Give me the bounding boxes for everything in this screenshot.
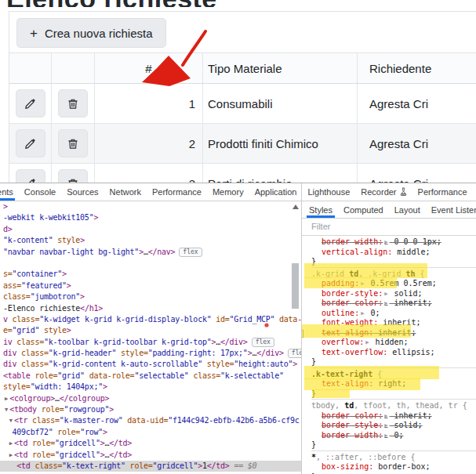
css-selector[interactable]: .k-grid td, .k-grid th { [311, 270, 476, 280]
edit-button[interactable] [16, 169, 45, 183]
expand-arrow-icon[interactable]: ▶ [3, 396, 9, 402]
dom-tree-line[interactable]: ▼<tbody role="rowgroup"> [0, 404, 301, 415]
devtools-tab-elements[interactable]: Elements [0, 183, 19, 201]
code-segment: data-role= [89, 371, 135, 380]
shorthand-arrow-icon[interactable]: ▶ [383, 291, 389, 297]
css-property[interactable]: box-sizing: border-box; [311, 462, 476, 472]
dom-tree-line[interactable]: "navbar navbar-light bg-light">…</nav>fl… [0, 247, 301, 258]
delete-button[interactable] [58, 129, 88, 157]
dom-tree-line[interactable]: ▼<tr class="k-master-row" data-uid="f144… [0, 415, 301, 426]
shorthand-arrow-icon[interactable]: ▶ [383, 413, 389, 419]
delete-button[interactable] [58, 89, 88, 118]
dom-tree-line[interactable]: ▶<colgroup>…</colgroup> [0, 393, 301, 404]
css-selector[interactable]: .k-text-right { [311, 370, 476, 380]
shorthand-arrow-icon[interactable]: ▶ [383, 422, 389, 429]
devtools-tab-network[interactable]: Network [104, 183, 147, 201]
dom-tree-line[interactable]: div class="k-grid-content k-auto-scrolla… [0, 359, 301, 370]
dom-tree-line[interactable]: e="grid" style> [0, 325, 301, 336]
scroll-up-icon[interactable] [293, 204, 299, 209]
tab-label: Performance [152, 187, 202, 197]
header-richiedente-label: Richiedente [369, 62, 431, 75]
code-segment: data-uid= [127, 416, 168, 425]
devtools-tab-application[interactable]: Application [249, 183, 303, 201]
header-cell-richiedente[interactable]: Richiedente [358, 53, 476, 83]
css-property[interactable]: padding:▶ 0.5rem 0.5rem; [311, 279, 476, 289]
dom-tree-line[interactable]: > [0, 201, 301, 212]
flex-badge[interactable]: flex [252, 338, 274, 347]
expand-arrow-icon[interactable]: ▶ [8, 452, 14, 458]
dom-tree-line[interactable] [0, 258, 301, 269]
property-toggle-checkbox[interactable] [302, 330, 303, 338]
dom-tree-line[interactable]: "k-content" style> [0, 235, 301, 246]
css-property[interactable]: border-width:▶ 0 0 0 1px; [311, 237, 476, 248]
shorthand-arrow-icon[interactable]: ▶ [383, 432, 389, 439]
code-segment: "k-grid-content k-auto-scrollable" [49, 360, 202, 368]
code-segment: class= [21, 349, 49, 357]
css-rules-list: border-width:▶ 0 0 0 1px;vertical-align:… [302, 236, 476, 474]
css-property[interactable]: border-style:▶ solid; [311, 289, 476, 299]
dom-tree-line[interactable]: 409cbf72" role="row"> [0, 427, 301, 438]
expand-arrow-icon[interactable]: ▼ [3, 407, 9, 413]
css-selector[interactable]: tbody, td, tfoot, th, thead, tr { [311, 401, 476, 411]
css-property[interactable]: text-align: right; [311, 379, 476, 389]
css-property[interactable]: vertical-align: middle; [311, 248, 476, 258]
dom-tree-line[interactable]: -Elenco richieste</h1> [0, 303, 301, 314]
devtools-tab-sources[interactable]: Sources [61, 183, 104, 201]
code-segment: "k-text-right" [62, 461, 125, 470]
table-row[interactable]: 2Prodotti finiti ChimicoAgresta Cri [9, 124, 476, 164]
dom-tree-line[interactable]: s="container"> [0, 269, 301, 280]
header-cell-tipo[interactable]: Tipo Materiale [203, 53, 358, 83]
shorthand-arrow-icon[interactable]: ▶ [383, 239, 389, 245]
table-row[interactable]: 3Parti di ricambioAgresta Cri [9, 164, 476, 183]
scrollbar-thumb[interactable] [292, 263, 299, 309]
styles-filter-input[interactable]: Filter [302, 219, 476, 236]
devtools-tab-recorder[interactable]: Recorder [355, 183, 412, 201]
table-row[interactable]: 1ConsumabiliAgresta Cri [9, 84, 476, 124]
css-property[interactable]: font-weight: inherit; [311, 318, 476, 328]
dom-tree-line[interactable]: iv class="k-toolbar k-grid-toolbar k-gri… [0, 337, 301, 348]
expand-arrow-icon[interactable]: ▼ [8, 418, 14, 424]
dom-tree-line[interactable]: v class="k-widget k-grid k-grid-display-… [0, 314, 301, 325]
expand-arrow-icon[interactable]: ▶ [8, 440, 14, 447]
dom-tree-line[interactable]: <table role="grid" data-role="selectable… [0, 371, 301, 382]
dom-tree-line[interactable]: ▶<td role="gridcell">…</td> [0, 450, 301, 461]
devtools-tab-console[interactable]: Console [19, 183, 61, 201]
devtools-tab-memory[interactable]: Memory [207, 183, 249, 201]
sidebar-tab-layout[interactable]: Layout [389, 201, 426, 218]
css-property[interactable]: border-width:▶ 0; [311, 431, 476, 441]
css-property[interactable]: border-style:▶ solid; [311, 421, 476, 431]
dom-tree-line[interactable]: ass="featured"> [0, 280, 301, 291]
trash-icon [67, 138, 78, 150]
property-text: padding:▶ 0.5rem 0.5rem; [322, 279, 437, 288]
sidebar-tab-computed[interactable]: Computed [338, 201, 389, 218]
edit-button[interactable] [16, 129, 45, 157]
css-property[interactable]: outline:▶ 0; [311, 309, 476, 319]
dom-tree-line[interactable]: class="jumbotron"> [0, 291, 301, 302]
devtools-tab-lighthouse[interactable]: Lighthouse [302, 183, 355, 201]
css-property[interactable]: overflow:▶ hidden; [311, 338, 476, 348]
sidebar-tab-styles[interactable]: Styles [303, 201, 338, 218]
elements-scrollbar[interactable] [290, 202, 300, 474]
dom-tree-line[interactable]: -webkit k-webkit105"> [0, 212, 301, 223]
devtools-tab-performance[interactable]: Performance [147, 183, 207, 201]
css-property[interactable]: border-color:▶ inherit; [311, 411, 476, 422]
create-request-button[interactable]: + Crea nuova richiesta [16, 18, 166, 48]
dom-tree-line[interactable]: style="width: 1404px;"> [0, 382, 301, 393]
dom-tree-line-selected[interactable]: <td class="k-text-right" role="gridcell"… [0, 461, 301, 472]
devtools-tab-performance[interactable]: Performance [412, 183, 473, 201]
delete-button[interactable] [58, 169, 88, 183]
edit-button[interactable] [16, 89, 45, 118]
flex-badge[interactable]: flex [179, 248, 202, 257]
css-property[interactable]: text-align: inherit; [311, 328, 476, 338]
dom-tree-line[interactable]: div class="k-grid-header" style="padding… [0, 348, 301, 359]
selector-part: tbody, [311, 401, 344, 410]
dom-tree-line[interactable]: d> [0, 224, 301, 235]
shorthand-arrow-icon[interactable]: ▶ [383, 300, 389, 306]
css-selector[interactable]: *, ::after, ::before { [311, 453, 476, 463]
css-property[interactable]: border-color:▶ inherit; [311, 299, 476, 309]
code-segment: "k-widget k-grid k-grid-display-block" [39, 315, 211, 324]
sidebar-tab-event-listeners[interactable]: Event Listeners [426, 201, 476, 218]
dom-tree-line[interactable]: ▶<td role="gridcell">…</td> [0, 438, 301, 449]
css-property[interactable]: text-overflow: ellipsis; [311, 348, 476, 358]
header-cell-num[interactable]: # [95, 53, 203, 83]
